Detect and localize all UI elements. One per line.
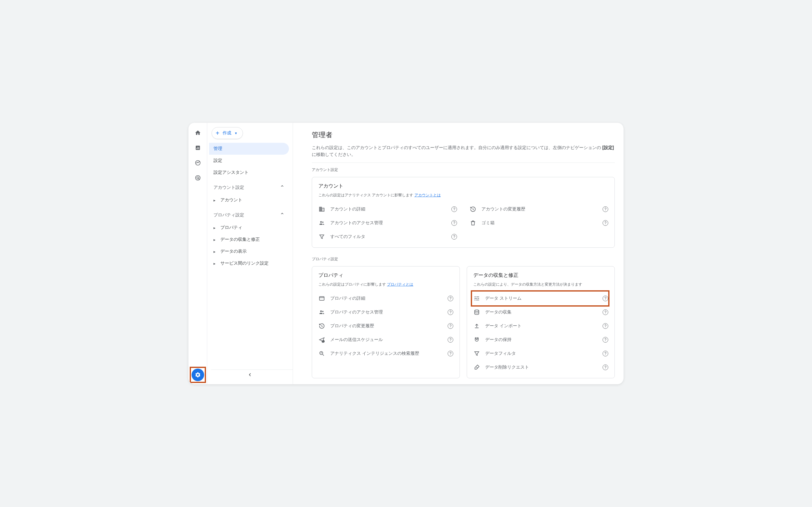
card-title: プロパティ	[318, 272, 453, 279]
card-title: アカウント	[318, 183, 608, 189]
card-subtitle: これらの設定はアナリティクス アカウントに影響します アカウントとは	[318, 192, 608, 198]
sidebar-section-property[interactable]: プロパティ設定 ⌃	[209, 209, 289, 222]
create-button[interactable]: + 作成 ▼	[211, 127, 243, 139]
arrow-right-icon: ▸	[213, 225, 217, 230]
svg-point-6	[197, 177, 199, 179]
stream-icon	[473, 295, 480, 302]
help-icon[interactable]: ?	[451, 206, 457, 212]
setting-label: ゴミ箱	[482, 220, 598, 226]
sidebar-sub-data-collection[interactable]: ▸ データの収集と修正	[209, 234, 289, 245]
setting-intelligence-history[interactable]: アナリティクス インテリジェンスの検索履歴 ?	[318, 347, 453, 360]
help-icon[interactable]: ?	[448, 337, 453, 343]
svg-point-11	[322, 311, 323, 312]
arrow-right-icon: ▸	[213, 249, 217, 254]
help-icon[interactable]: ?	[603, 351, 608, 356]
setting-data-collection[interactable]: データの収集 ?	[473, 305, 608, 319]
admin-gear-button[interactable]	[192, 369, 204, 381]
reports-icon[interactable]	[194, 144, 202, 152]
svg-point-7	[320, 221, 322, 223]
page-title: 管理者	[312, 130, 615, 140]
setting-label: データ インポート	[485, 323, 598, 329]
setting-account-access[interactable]: アカウントのアクセス管理 ?	[318, 216, 457, 230]
setting-property-access[interactable]: プロパティのアクセス管理 ?	[318, 305, 453, 319]
setting-trash[interactable]: ゴミ箱 ?	[470, 216, 608, 230]
help-icon[interactable]: ?	[448, 323, 453, 329]
arrow-right-icon: ▸	[213, 198, 217, 203]
chevron-up-icon: ⌃	[280, 184, 285, 191]
caret-down-icon: ▼	[235, 131, 238, 135]
svg-point-13	[320, 351, 323, 354]
setting-email-schedule[interactable]: メールの送信スケジュール ?	[318, 333, 453, 347]
magnet-icon	[473, 336, 480, 343]
property-help-link[interactable]: プロパティとは	[387, 282, 413, 287]
help-icon[interactable]: ?	[451, 220, 457, 226]
svg-rect-19	[476, 300, 479, 300]
help-icon[interactable]: ?	[448, 351, 453, 356]
sidebar-sub-data-display[interactable]: ▸ データの表示	[209, 245, 289, 258]
domain-icon	[318, 206, 325, 213]
web-icon	[318, 295, 325, 302]
header-divider	[312, 163, 615, 163]
setting-data-retention[interactable]: データの保持 ?	[473, 333, 608, 347]
help-icon[interactable]: ?	[451, 234, 457, 239]
sub-label: データの収集と修正	[221, 237, 260, 242]
sidebar-sub-property[interactable]: ▸ プロパティ	[209, 222, 289, 234]
help-icon[interactable]: ?	[603, 220, 608, 226]
advertising-icon[interactable]	[194, 174, 202, 182]
sidebar-item-setup-assistant[interactable]: 設定アシスタント	[209, 167, 289, 178]
svg-rect-16	[475, 298, 477, 299]
section-label-property: プロパティ設定	[312, 257, 615, 262]
setting-all-filters[interactable]: すべてのフィルタ ?	[318, 230, 457, 244]
setting-property-details[interactable]: プロパティの詳細 ?	[318, 291, 453, 305]
home-icon[interactable]	[194, 129, 202, 136]
setting-label: データフィルタ	[485, 351, 598, 356]
arrow-right-icon: ▸	[213, 261, 217, 266]
setting-label: アカウントの詳細	[330, 206, 446, 212]
section-label: アカウント設定	[213, 185, 244, 190]
data-collection-card: データの収集と修正 これらの設定により、データの収集方法と変更方法が決まります …	[467, 266, 615, 378]
history-icon	[318, 323, 325, 329]
help-icon[interactable]: ?	[603, 309, 608, 315]
setting-data-import[interactable]: データ インポート ?	[473, 319, 608, 333]
help-icon[interactable]: ?	[603, 296, 608, 301]
sidebar-sub-service-links[interactable]: ▸ サービス間のリンク設定	[209, 258, 289, 269]
collapse-sidebar-button[interactable]: ‹	[246, 368, 254, 381]
svg-point-12	[322, 340, 325, 342]
card-subtitle: これらの設定により、データの収集方法と変更方法が決まります	[473, 282, 608, 287]
help-icon[interactable]: ?	[603, 337, 608, 343]
upload-icon	[473, 323, 480, 329]
sidebar-sub-account[interactable]: ▸ アカウント	[209, 194, 289, 206]
setting-property-history[interactable]: プロパティの変更履歴 ?	[318, 319, 453, 333]
sidebar-item-admin[interactable]: 管理	[209, 143, 289, 155]
sub-label: サービス間のリンク設定	[221, 261, 268, 266]
setting-account-history[interactable]: アカウントの変更履歴 ?	[470, 202, 608, 216]
sidebar-section-account[interactable]: アカウント設定 ⌃	[209, 181, 289, 194]
help-icon[interactable]: ?	[603, 206, 608, 212]
chevron-up-icon: ⌃	[280, 212, 285, 219]
svg-rect-18	[475, 300, 476, 300]
help-icon[interactable]: ?	[603, 323, 608, 329]
svg-point-20	[475, 310, 479, 311]
help-icon[interactable]: ?	[448, 296, 453, 301]
admin-sidebar: + 作成 ▼ 管理 設定 設定アシスタント アカウント設定 ⌃ ▸ アカウント …	[207, 123, 293, 384]
setting-label: プロパティのアクセス管理	[330, 309, 443, 315]
setting-data-streams[interactable]: データ ストリーム ?	[473, 291, 608, 305]
data-streams-highlight: データ ストリーム ?	[471, 290, 610, 306]
schedule-icon	[318, 336, 325, 343]
setting-label: データの収集	[485, 309, 598, 315]
help-icon[interactable]: ?	[448, 309, 453, 315]
setting-account-details[interactable]: アカウントの詳細 ?	[318, 202, 457, 216]
svg-rect-15	[477, 296, 479, 297]
filter-icon	[318, 233, 325, 240]
setting-label: プロパティの変更履歴	[330, 323, 443, 329]
help-icon[interactable]: ?	[603, 364, 608, 370]
setting-label: データの保持	[485, 337, 598, 343]
explore-icon[interactable]	[194, 159, 202, 167]
setting-data-filter[interactable]: データフィルタ ?	[473, 347, 608, 360]
sub-label: データの表示	[221, 249, 247, 254]
account-card: アカウント これらの設定はアナリティクス アカウントに影響します アカウントとは…	[312, 177, 615, 248]
account-help-link[interactable]: アカウントとは	[415, 193, 441, 197]
sidebar-item-settings[interactable]: 設定	[209, 155, 289, 167]
setting-label: すべてのフィルタ	[330, 234, 446, 239]
setting-data-deletion[interactable]: データ削除リクエスト ?	[473, 360, 608, 374]
